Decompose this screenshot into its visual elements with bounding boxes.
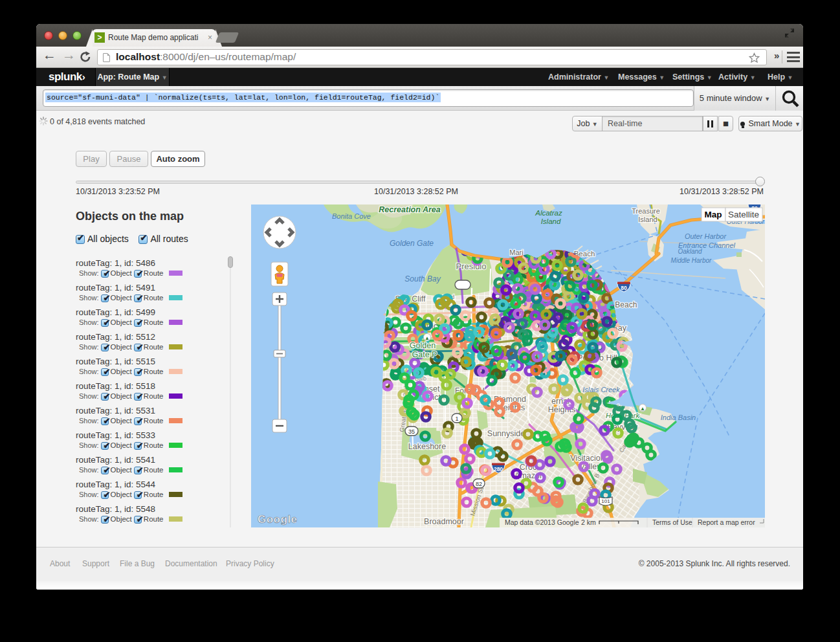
svg-text:Mari: Mari xyxy=(509,249,523,256)
svg-text:35: 35 xyxy=(408,428,415,435)
svg-text:Gate P: Gate P xyxy=(412,350,437,359)
svg-text:Treasure: Treasure xyxy=(632,207,660,215)
svg-text:Oakland: Oakland xyxy=(678,248,702,255)
svg-text:Google: Google xyxy=(258,513,298,526)
svg-text:Sunnyside: Sunnyside xyxy=(487,429,525,438)
svg-text:Lakeshore: Lakeshore xyxy=(408,442,446,451)
svg-text:101: 101 xyxy=(601,498,610,504)
svg-text:India Basin: India Basin xyxy=(661,414,696,421)
svg-text:Terms of Use: Terms of Use xyxy=(652,518,692,526)
svg-text:Satellite: Satellite xyxy=(728,210,759,219)
svg-text:Bonita Cove: Bonita Cove xyxy=(332,212,371,220)
svg-text:Alcatraz: Alcatraz xyxy=(535,209,562,217)
svg-text:82: 82 xyxy=(476,481,482,487)
svg-text:1: 1 xyxy=(455,415,458,422)
svg-text:Visitacion: Visitacion xyxy=(570,454,604,463)
svg-text:Map: Map xyxy=(705,210,722,219)
svg-text:Island: Island xyxy=(638,216,657,223)
svg-text:Broadmoor: Broadmoor xyxy=(424,517,464,526)
svg-text:Middle Harbor: Middle Harbor xyxy=(671,257,712,264)
svg-text:Island: Island xyxy=(541,217,561,225)
svg-text:80: 80 xyxy=(621,285,627,291)
svg-text:South Bay: South Bay xyxy=(404,274,441,283)
svg-text:2 km: 2 km xyxy=(581,518,596,526)
svg-text:Outer Harbor: Outer Harbor xyxy=(685,232,727,240)
svg-text:▲: ▲ xyxy=(425,335,430,341)
svg-text:Recreation Area: Recreation Area xyxy=(379,205,440,214)
svg-text:Map data ©2013 Google: Map data ©2013 Google xyxy=(505,518,579,526)
svg-text:Report a map error: Report a map error xyxy=(698,518,755,526)
svg-text:Islais Creek: Islais Creek xyxy=(582,386,620,393)
svg-text:Golden: Golden xyxy=(410,341,436,350)
svg-text:280: 280 xyxy=(494,466,503,472)
svg-text:▲: ▲ xyxy=(640,406,645,412)
svg-text:Golden Gate: Golden Gate xyxy=(390,239,434,248)
